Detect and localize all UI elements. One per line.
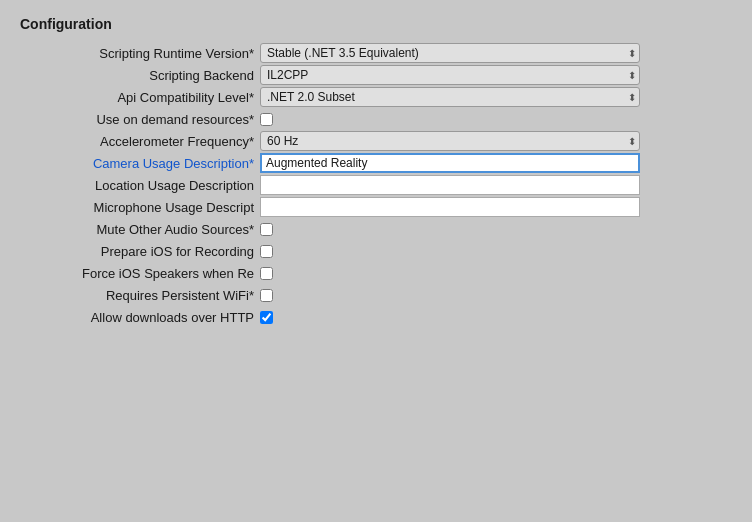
force-ios-speakers-checkbox-cell bbox=[260, 267, 732, 280]
scripting-runtime-version-control[interactable]: Stable (.NET 3.5 Equivalent)Experimental… bbox=[260, 42, 732, 64]
scripting-runtime-version-select-wrapper: Stable (.NET 3.5 Equivalent)Experimental… bbox=[260, 43, 640, 63]
camera-usage-description-input[interactable] bbox=[260, 153, 640, 173]
force-ios-speakers-control[interactable] bbox=[260, 262, 732, 284]
use-on-demand-resources-label: Use on demand resources* bbox=[20, 108, 260, 130]
allow-downloads-http-checkbox[interactable] bbox=[260, 311, 273, 324]
prepare-ios-recording-checkbox[interactable] bbox=[260, 245, 273, 258]
scripting-backend-select[interactable]: IL2CPPMono bbox=[260, 65, 640, 85]
prepare-ios-recording-checkbox-cell bbox=[260, 245, 732, 258]
location-usage-description-label: Location Usage Description bbox=[20, 174, 260, 196]
table-row: Use on demand resources* bbox=[20, 108, 732, 130]
use-on-demand-resources-control[interactable] bbox=[260, 108, 732, 130]
allow-downloads-http-label: Allow downloads over HTTP bbox=[20, 306, 260, 328]
api-compatibility-level-control[interactable]: .NET 2.0 Subset.NET 2.0.NET Standard 2.0… bbox=[260, 86, 732, 108]
prepare-ios-recording-label: Prepare iOS for Recording bbox=[20, 240, 260, 262]
requires-persistent-wifi-checkbox-cell bbox=[260, 289, 732, 302]
mute-other-audio-sources-label: Mute Other Audio Sources* bbox=[20, 218, 260, 240]
microphone-usage-description-control[interactable] bbox=[260, 196, 732, 218]
scripting-backend-select-wrapper: IL2CPPMono⬍ bbox=[260, 65, 640, 85]
requires-persistent-wifi-checkbox[interactable] bbox=[260, 289, 273, 302]
microphone-usage-description-label: Microphone Usage Descript bbox=[20, 196, 260, 218]
microphone-usage-description-input[interactable] bbox=[260, 197, 640, 217]
table-row: Scripting BackendIL2CPPMono⬍ bbox=[20, 64, 732, 86]
requires-persistent-wifi-label: Requires Persistent WiFi* bbox=[20, 284, 260, 306]
use-on-demand-resources-checkbox-cell bbox=[260, 113, 732, 126]
configuration-panel: Configuration Scripting Runtime Version*… bbox=[0, 0, 752, 522]
accelerometer-frequency-select[interactable]: Disabled15 Hz30 Hz60 Hz100 Hz bbox=[260, 131, 640, 151]
api-compatibility-level-select[interactable]: .NET 2.0 Subset.NET 2.0.NET Standard 2.0 bbox=[260, 87, 640, 107]
table-row: Mute Other Audio Sources* bbox=[20, 218, 732, 240]
camera-usage-description-label: Camera Usage Description* bbox=[20, 152, 260, 174]
accelerometer-frequency-label: Accelerometer Frequency* bbox=[20, 130, 260, 152]
config-table: Scripting Runtime Version*Stable (.NET 3… bbox=[20, 42, 732, 328]
scripting-backend-label: Scripting Backend bbox=[20, 64, 260, 86]
allow-downloads-http-checkbox-cell bbox=[260, 311, 732, 324]
force-ios-speakers-label: Force iOS Speakers when Re bbox=[20, 262, 260, 284]
table-row: Scripting Runtime Version*Stable (.NET 3… bbox=[20, 42, 732, 64]
table-row: Camera Usage Description* bbox=[20, 152, 732, 174]
scripting-backend-control[interactable]: IL2CPPMono⬍ bbox=[260, 64, 732, 86]
table-row: Prepare iOS for Recording bbox=[20, 240, 732, 262]
table-row: Location Usage Description bbox=[20, 174, 732, 196]
table-row: Accelerometer Frequency*Disabled15 Hz30 … bbox=[20, 130, 732, 152]
requires-persistent-wifi-control[interactable] bbox=[260, 284, 732, 306]
table-row: Requires Persistent WiFi* bbox=[20, 284, 732, 306]
table-row: Api Compatibility Level*.NET 2.0 Subset.… bbox=[20, 86, 732, 108]
accelerometer-frequency-control[interactable]: Disabled15 Hz30 Hz60 Hz100 Hz⬍ bbox=[260, 130, 732, 152]
table-row: Allow downloads over HTTP bbox=[20, 306, 732, 328]
accelerometer-frequency-select-wrapper: Disabled15 Hz30 Hz60 Hz100 Hz⬍ bbox=[260, 131, 640, 151]
prepare-ios-recording-control[interactable] bbox=[260, 240, 732, 262]
section-title: Configuration bbox=[20, 16, 732, 32]
api-compatibility-level-select-wrapper: .NET 2.0 Subset.NET 2.0.NET Standard 2.0… bbox=[260, 87, 640, 107]
force-ios-speakers-checkbox[interactable] bbox=[260, 267, 273, 280]
scripting-runtime-version-label: Scripting Runtime Version* bbox=[20, 42, 260, 64]
mute-other-audio-sources-checkbox[interactable] bbox=[260, 223, 273, 236]
allow-downloads-http-control[interactable] bbox=[260, 306, 732, 328]
mute-other-audio-sources-checkbox-cell bbox=[260, 223, 732, 236]
use-on-demand-resources-checkbox[interactable] bbox=[260, 113, 273, 126]
table-row: Microphone Usage Descript bbox=[20, 196, 732, 218]
location-usage-description-control[interactable] bbox=[260, 174, 732, 196]
table-row: Force iOS Speakers when Re bbox=[20, 262, 732, 284]
scripting-runtime-version-select[interactable]: Stable (.NET 3.5 Equivalent)Experimental… bbox=[260, 43, 640, 63]
location-usage-description-input[interactable] bbox=[260, 175, 640, 195]
mute-other-audio-sources-control[interactable] bbox=[260, 218, 732, 240]
api-compatibility-level-label: Api Compatibility Level* bbox=[20, 86, 260, 108]
camera-usage-description-control[interactable] bbox=[260, 152, 732, 174]
